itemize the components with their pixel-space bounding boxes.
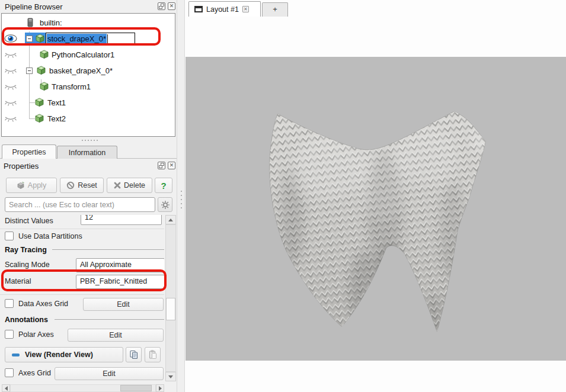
layout-area: Layout #1 ✕ +	[185, 0, 566, 392]
left-dock-area: Pipeline Browser ✕ builtin:	[0, 0, 177, 392]
header-rule	[52, 249, 164, 250]
plus-icon: +	[273, 5, 277, 14]
distinct-values-field[interactable]: 12	[81, 215, 162, 225]
rename-selected-text: stock_drapeX_0*	[47, 34, 107, 44]
help-question-icon: ?	[161, 181, 166, 191]
polar-axes-label: Polar Axes	[18, 330, 54, 339]
reset-slash-icon	[66, 181, 75, 189]
pipeline-item-label: Text2	[47, 114, 66, 123]
pipeline-item-label: Transform1	[52, 82, 91, 91]
knitted-fabric-object	[186, 57, 566, 361]
search-input[interactable]	[5, 197, 155, 212]
distinct-values-value: 12	[85, 215, 93, 221]
scroll-left-button[interactable]	[2, 384, 10, 392]
pipeline-item-stock-drapex[interactable]: stock_drapeX_0*	[2, 31, 175, 47]
polar-axes-edit-button[interactable]: Edit	[68, 329, 164, 342]
copy-icon	[129, 350, 139, 359]
render-viewport[interactable]	[186, 57, 566, 361]
scroll-right-button[interactable]	[156, 384, 164, 392]
scroll-down-button[interactable]	[165, 372, 176, 381]
pipeline-undock-icon[interactable]	[158, 2, 165, 10]
separator	[0, 229, 164, 229]
tab-properties-label: Properties	[12, 148, 46, 156]
properties-undock-icon[interactable]	[158, 162, 165, 169]
data-axes-grid-checkbox[interactable]	[5, 299, 14, 308]
use-data-partitions-checkbox[interactable]	[5, 232, 14, 240]
properties-close-icon[interactable]: ✕	[168, 162, 175, 169]
visibility-eye-closed-icon[interactable]	[4, 66, 17, 75]
pipeline-browser-title: Pipeline Browser	[5, 2, 63, 11]
help-button[interactable]: ?	[155, 178, 172, 193]
filter-cube-icon	[39, 81, 49, 91]
layout-tab-close-icon[interactable]: ✕	[242, 6, 249, 12]
edit-button-label: Edit	[103, 369, 116, 378]
material-value: PBR_Fabric_Knitted	[80, 277, 147, 285]
rename-edit-field[interactable]: stock_drapeX_0*	[46, 33, 135, 45]
layout-tab-label: Layout #1	[206, 5, 239, 14]
properties-scroll-area: Distinct Values 12 Use Data Partitions R…	[0, 215, 164, 383]
pipeline-item-basket-drapex[interactable]: basket_drapeX_0*	[2, 63, 175, 79]
expander-minus-icon[interactable]	[26, 68, 33, 74]
visibility-eye-closed-icon[interactable]	[4, 82, 17, 91]
delete-x-icon	[114, 182, 121, 189]
filter-cube-icon	[39, 49, 49, 59]
axes-grid-edit-button[interactable]: Edit	[55, 367, 164, 380]
pipeline-item-text2[interactable]: Text2	[2, 111, 175, 127]
apply-button-label: Apply	[28, 181, 46, 189]
layout-window-icon	[194, 6, 203, 12]
server-icon	[27, 18, 34, 27]
apply-button[interactable]: Apply	[6, 178, 57, 193]
tab-layout-1[interactable]: Layout #1 ✕	[188, 1, 261, 17]
polar-axes-checkbox[interactable]	[5, 330, 14, 339]
new-layout-tab-button[interactable]: +	[262, 2, 288, 17]
header-rule	[55, 319, 164, 320]
text-caret	[107, 34, 108, 43]
paraview-window: Pipeline Browser ✕ builtin:	[0, 0, 566, 392]
pipeline-item-text1[interactable]: Text1	[2, 95, 175, 111]
material-dropdown[interactable]: PBR_Fabric_Knitted	[76, 275, 164, 289]
material-label: Material	[5, 277, 31, 285]
source-cube-icon	[34, 113, 44, 123]
visibility-eye-open-icon[interactable]	[4, 34, 17, 43]
pipeline-item-transform[interactable]: Transform1	[2, 79, 175, 95]
paste-icon	[148, 350, 158, 359]
reset-button[interactable]: Reset	[60, 178, 104, 193]
search-options-button[interactable]	[158, 197, 172, 212]
scroll-up-button[interactable]	[165, 215, 176, 224]
use-data-partitions-label: Use Data Partitions	[18, 232, 82, 240]
visibility-eye-closed-icon[interactable]	[4, 114, 17, 123]
tab-information[interactable]: Information	[57, 146, 117, 159]
paste-view-settings-button[interactable]	[145, 347, 161, 362]
visibility-eye-closed-icon[interactable]	[4, 98, 17, 107]
scaling-mode-dropdown[interactable]: All Approximate	[76, 258, 164, 272]
collapse-minus-icon	[12, 354, 20, 356]
axes-grid-checkbox[interactable]	[5, 368, 14, 377]
edit-button-label: Edit	[117, 300, 130, 309]
data-axes-grid-edit-button[interactable]: Edit	[83, 298, 164, 311]
pipeline-item-label: builtin:	[40, 18, 62, 27]
horizontal-scrollbar-thumb[interactable]	[120, 385, 152, 391]
pipeline-tree: builtin: stock_drapeX_0* PythonCalculato…	[1, 13, 175, 137]
pipeline-item-pythoncalculator[interactable]: PythonCalculator1	[2, 47, 175, 63]
tab-properties[interactable]: Properties	[2, 144, 56, 159]
pipeline-close-icon[interactable]: ✕	[168, 2, 175, 10]
edit-button-label: Edit	[109, 331, 122, 339]
tab-information-label: Information	[69, 149, 106, 157]
panel-splitter[interactable]	[177, 0, 185, 392]
pipeline-item-label: PythonCalculator1	[52, 50, 114, 59]
view-render-view-collapse-button[interactable]: View (Render View)	[5, 347, 123, 362]
gear-icon	[161, 200, 170, 210]
scaling-mode-value: All Approximate	[80, 261, 132, 269]
visibility-eye-closed-icon[interactable]	[4, 50, 17, 59]
delete-button[interactable]: Delete	[107, 178, 152, 193]
expander-minus-icon[interactable]	[26, 36, 33, 42]
pipeline-item-label: Text1	[47, 98, 66, 107]
source-cube-icon	[36, 65, 46, 75]
pipeline-item-builtin[interactable]: builtin:	[2, 15, 175, 31]
vertical-scrollbar-thumb[interactable]	[166, 298, 175, 320]
copy-view-settings-button[interactable]	[126, 347, 142, 362]
distinct-values-label: Distinct Values	[5, 217, 53, 225]
apply-cube-icon	[17, 181, 25, 189]
source-cube-icon	[34, 97, 44, 107]
annotations-header: Annotations	[5, 316, 48, 324]
